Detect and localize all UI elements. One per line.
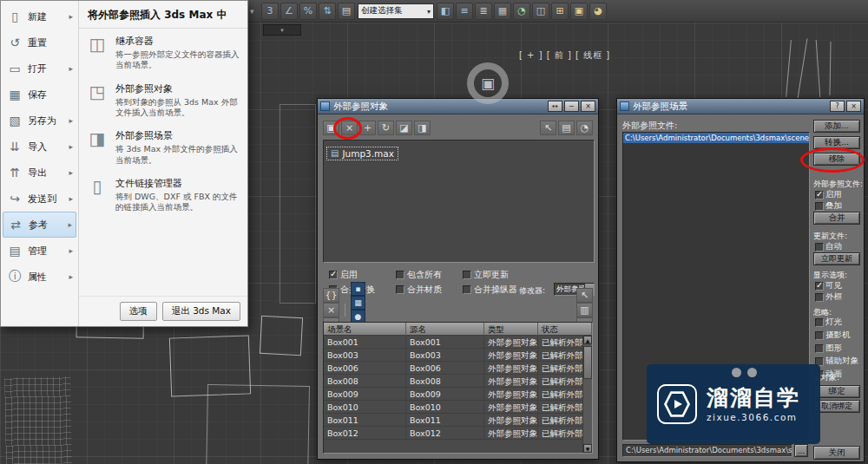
close-icon[interactable]: × — [846, 101, 861, 112]
add-button[interactable]: 添加... — [813, 120, 860, 133]
spinner-snap-icon[interactable]: ⇅ — [319, 3, 336, 20]
visible-checkbox[interactable]: 可见 — [815, 280, 842, 291]
align-icon[interactable]: ≡ — [456, 3, 473, 20]
xref-file-list[interactable]: ▤ Jump3.max — [323, 140, 595, 263]
xref-file-entry[interactable]: ▤ Jump3.max — [326, 147, 398, 160]
automatic-checkbox[interactable]: 自动 — [815, 241, 842, 252]
options-button[interactable]: 选项 — [120, 302, 157, 321]
menu-item-import[interactable]: ⇊ 导入 — [3, 134, 76, 160]
table-scrollbar[interactable]: ▲ ▼ — [582, 336, 592, 453]
exit-3dsmax-button[interactable]: 退出 3ds Max — [162, 302, 240, 321]
curve-editor-icon[interactable]: ◔ — [513, 3, 530, 20]
scroll-up-icon[interactable]: ▲ — [583, 336, 592, 344]
menu-item-references[interactable]: ⇄ 参考 — [3, 212, 76, 238]
xref-objects-titlebar[interactable]: 外部参照对象 ↔─× — [318, 99, 598, 114]
viewport-label[interactable]: [ + ] [ 前 ] [ 线框 ] — [519, 49, 610, 62]
submenu-item-file-link-manager[interactable]: ▯ 文件链接管理器 将到 DWG、DXF 或 FBX 的文件的链接插入当前场景。 — [79, 171, 247, 219]
submenu-item-xref-objects[interactable]: ◳ 外部参照对象 将到对象的参照从 3ds Max 外部文件插入当前场景。 — [79, 76, 247, 124]
column-scene-name[interactable]: 场景名 — [324, 323, 406, 336]
overlay-checkbox[interactable]: 叠加 — [815, 200, 842, 212]
help-icon[interactable]: ? — [830, 101, 845, 112]
render-setup-icon[interactable]: ⊞ — [551, 3, 569, 20]
menu-footer: 选项 退出 3ds Max — [79, 296, 247, 326]
menu-item-manage[interactable]: ▤ 管理 — [3, 238, 76, 264]
cell-type: 外部参照对象 — [484, 336, 538, 349]
bind-button[interactable]: 绑定 — [813, 385, 860, 398]
xref-scenes-titlebar[interactable]: 外部参照场景 ?× — [617, 99, 864, 114]
include-all-checkbox[interactable]: 包含所有 — [396, 269, 463, 281]
table-row[interactable]: Box008 Box008 外部参照对象 已解析外部参照 — [324, 375, 592, 388]
menu-item-save[interactable]: ▦ 保存 — [3, 82, 76, 108]
close-button[interactable]: 关闭 — [813, 446, 860, 460]
graphite-ribbon-icon[interactable]: ▦ — [494, 3, 511, 20]
convert-xref-icon[interactable]: ◨ — [414, 121, 431, 135]
edit-named-selection-sets-icon[interactable]: ▤ — [338, 3, 355, 20]
rendered-frame-window-icon[interactable]: ▣ — [570, 3, 588, 20]
update-now-checkbox[interactable]: 立即更新 — [463, 269, 529, 281]
ignore-lights-checkbox[interactable]: 灯光 — [815, 317, 858, 328]
menu-item-reset[interactable]: ↺ 重置 — [3, 29, 76, 56]
submenu-item-xref-scene[interactable]: ◨ 外部参照场景 将 3ds Max 外部文件的参照插入当前场景。 — [79, 123, 247, 171]
menu-item-export[interactable]: ⇈ 导出 — [3, 160, 76, 186]
box-checkbox[interactable]: 外框 — [815, 291, 842, 303]
render-production-icon[interactable]: ◕ — [589, 3, 607, 20]
scroll-down-icon[interactable]: ▼ — [583, 444, 592, 453]
delete-object-icon[interactable]: × — [323, 303, 339, 317]
layer-manager-icon[interactable]: ≣ — [475, 3, 492, 20]
menu-item-label: 属性 — [28, 271, 47, 284]
ignore-cameras-checkbox[interactable]: 摄影机 — [815, 330, 858, 341]
ignore-helpers-checkbox[interactable]: 辅助对象 — [815, 356, 858, 367]
merge-xref-icon[interactable]: ◪ — [396, 121, 412, 135]
enabled-checkbox[interactable]: 启用 — [815, 189, 842, 200]
select-cursor-icon[interactable]: ↖ — [576, 288, 593, 303]
menu-item-send-to[interactable]: ↪ 发送到 — [3, 186, 76, 212]
table-row[interactable]: Box001 Box001 外部参照对象 已解析外部参照 — [324, 336, 592, 349]
table-row[interactable]: Box010 Box010 外部参照对象 已解析外部参照 — [324, 401, 592, 414]
menu-item-properties[interactable]: ⓘ 属性 — [3, 264, 76, 290]
percent-snap-icon[interactable]: % — [299, 3, 317, 20]
select-cursor-icon[interactable]: ↖ — [540, 121, 556, 135]
schematic-view-icon[interactable]: ◫ — [532, 3, 549, 20]
menu-item-new[interactable]: ▯ 新建 — [3, 3, 76, 29]
update-now-button[interactable]: 立即更新 — [813, 252, 860, 265]
browse-button[interactable]: ... — [794, 444, 808, 457]
angle-snap-icon[interactable]: ∠ — [280, 3, 298, 20]
show-objects-toggle[interactable]: ▪ — [351, 282, 365, 296]
update-xref-icon[interactable]: ↻ — [378, 121, 394, 135]
table-row[interactable]: Box012 Box012 外部参照对象 已解析外部参照 — [324, 427, 592, 440]
flyout-arrow-icon[interactable]: ▾ — [250, 7, 259, 16]
column-type[interactable]: 类型 — [484, 323, 538, 336]
select-by-name-icon[interactable]: ▤ — [558, 121, 575, 135]
snap-toggle-3d-icon[interactable]: 3 — [261, 3, 279, 20]
xref-path-field[interactable]: C:\Users\Administrator\Documents\3dsmax\… — [622, 444, 792, 457]
close-icon[interactable]: × — [581, 101, 595, 112]
merge-materials-checkbox[interactable]: 合并材质 — [396, 284, 463, 296]
menu-item-save-as[interactable]: ▧ 另存为 — [3, 108, 76, 134]
checkbox-box — [815, 293, 824, 302]
show-materials-toggle[interactable]: ▦ — [351, 296, 365, 310]
table-row[interactable]: Box009 Box009 外部参照对象 已解析外部参照 — [324, 388, 592, 401]
scrollbar-thumb[interactable] — [583, 346, 592, 379]
mirror-icon[interactable]: ◧ — [437, 3, 454, 20]
minimize-icon[interactable]: ─ — [564, 101, 579, 112]
select-by-name-icon[interactable]: ▥ — [576, 303, 593, 317]
table-row[interactable]: Box011 Box011 外部参照对象 已解析外部参照 — [324, 414, 592, 427]
column-status[interactable]: 状态 — [538, 323, 592, 336]
table-row[interactable]: Box003 Box003 外部参照对象 已解析外部参照 — [324, 349, 592, 362]
xref-entities-table[interactable]: 场景名 源名 类型 状态 Box001 Box001 外部参照对象 已解析外部参… — [323, 322, 593, 454]
submenu-item-inherit-container[interactable]: ◫ 继承容器 将一参照外部定义文件的容器插入当前场景。 — [79, 29, 247, 76]
merge-button[interactable]: 合并 — [813, 212, 860, 225]
column-source-name[interactable]: 源名 — [406, 323, 484, 336]
dock-icon[interactable]: ↔ — [548, 101, 562, 112]
menu-item-icon: ↺ — [6, 36, 23, 49]
ignore-shapes-checkbox[interactable]: 图形 — [815, 343, 858, 354]
enable-checkbox[interactable]: 启用 — [329, 269, 396, 281]
highlight-icon[interactable]: ◔ — [576, 121, 593, 135]
named-selection-set-combo[interactable]: 创建选择集 — [358, 3, 434, 19]
unbind-button[interactable]: 取消绑定 — [813, 400, 860, 413]
selected-xref-file[interactable]: C:\Users\Administrator\Documents\3dsmax\… — [623, 133, 809, 143]
table-row[interactable]: Box006 Box006 外部参照对象 已解析外部参照 — [324, 362, 592, 375]
menu-item-open[interactable]: ▭ 打开 — [3, 56, 76, 82]
ribbon-mini-bar[interactable] — [263, 24, 301, 36]
expand-all-icon[interactable]: {} — [323, 288, 339, 303]
